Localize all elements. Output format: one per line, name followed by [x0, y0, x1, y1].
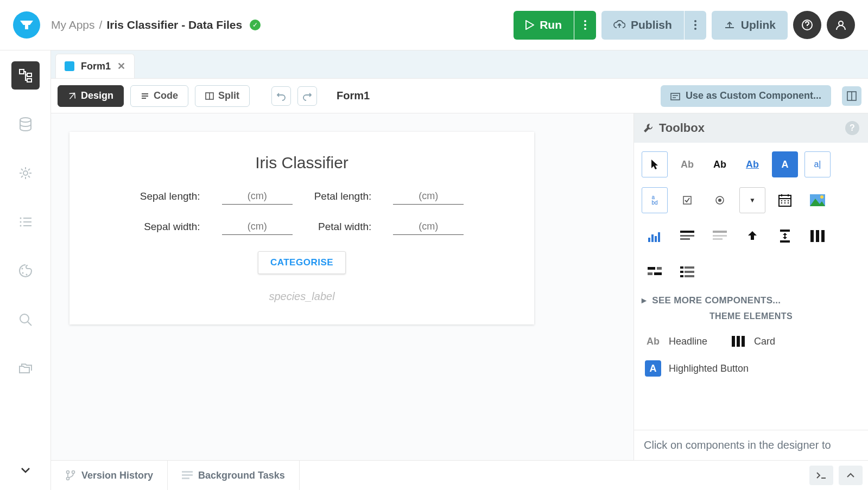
breadcrumb-separator: /: [99, 18, 103, 31]
uplink-label: Uplink: [741, 18, 776, 31]
run-button[interactable]: Run: [514, 11, 574, 40]
user-icon: [835, 19, 847, 31]
svg-point-1: [584, 24, 586, 26]
breadcrumb: My Apps / Iris Classifier - Data Files ✓: [51, 18, 261, 31]
uplink-icon: [724, 20, 736, 30]
kebab-icon: [584, 20, 586, 30]
breadcrumb-leaf: Iris Classifier - Data Files: [106, 18, 242, 31]
publish-button[interactable]: Publish: [601, 11, 684, 40]
publish-more-button[interactable]: [685, 11, 706, 40]
uplink-button[interactable]: Uplink: [712, 11, 788, 40]
publish-label: Publish: [631, 18, 672, 31]
header-actions: Run Publish Uplink: [514, 11, 855, 40]
help-button[interactable]: [793, 11, 821, 39]
help-icon: [801, 19, 813, 31]
anvil-logo: [13, 11, 40, 39]
kebab-icon: [694, 20, 696, 30]
play-icon: [525, 20, 534, 30]
svg-point-5: [694, 28, 696, 30]
svg-point-0: [584, 20, 586, 22]
account-button[interactable]: [827, 11, 855, 39]
status-saved-icon: ✓: [250, 20, 261, 30]
cloud-upload-icon: [613, 20, 625, 30]
breadcrumb-root[interactable]: My Apps: [51, 18, 95, 31]
svg-point-2: [584, 28, 586, 30]
header: My Apps / Iris Classifier - Data Files ✓…: [0, 0, 868, 50]
svg-point-4: [694, 24, 696, 26]
svg-point-3: [694, 20, 696, 22]
run-label: Run: [540, 18, 562, 31]
svg-point-7: [839, 21, 843, 26]
run-more-button[interactable]: [574, 11, 596, 40]
